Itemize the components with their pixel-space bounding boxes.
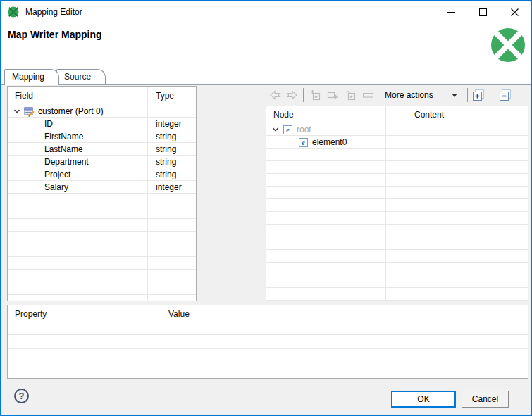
add-element-icon [327,89,339,101]
column-divider [385,106,386,301]
add-wildcard-element-button[interactable] [343,87,357,103]
add-wildcard-element-icon [345,89,357,101]
toolbar-separator [467,88,468,102]
collapse-all-button[interactable] [499,87,513,103]
dialog-header: Map Writer Mapping [1,23,531,69]
chevron-down-icon[interactable] [272,126,279,133]
node-table-body: e root e element0 [266,123,528,301]
close-button[interactable] [499,1,531,23]
node-table: Node Content e root e elem [266,106,528,301]
maximize-icon [479,8,487,16]
cancel-button[interactable]: Cancel [462,391,509,408]
maximize-button[interactable] [467,1,499,23]
dialog-content: Field Type customer (Port 0) ID [1,85,531,415]
help-button[interactable]: ? [14,389,29,403]
toolbar-separator [303,88,304,102]
column-divider [409,106,409,301]
column-header-type: Type [156,91,174,101]
field-name: Salary [44,182,68,192]
field-table-header: Field Type [8,87,196,106]
column-divider [526,106,526,301]
field-type: string [156,168,176,181]
column-divider [192,87,192,301]
field-type: integer [156,181,182,194]
node-row-element0[interactable]: e element0 [266,136,528,149]
mapping-editor-dialog: Mapping Editor Map Writer Mapping Mappin… [0,0,532,416]
field-row[interactable]: Department string [8,156,196,168]
more-actions-button[interactable]: More actions [382,89,460,101]
field-name: Project [44,170,70,179]
remove-bar-button[interactable] [361,87,375,103]
node-label: element0 [312,137,347,147]
field-table: Field Type customer (Port 0) ID [7,86,197,301]
column-header-field: Field [15,91,33,101]
column-header-node: Node [273,110,294,120]
dialog-title: Map Writer Mapping [8,29,102,40]
column-divider [163,305,163,378]
field-type: integer [156,118,182,130]
node-table-header: Node Content [266,106,528,124]
column-header-property: Property [15,309,47,319]
field-type: string [156,143,176,156]
mapping-toolbar: More actions [268,85,513,105]
add-child-element-button[interactable] [308,87,322,103]
field-row[interactable]: ID integer [8,118,196,130]
field-type: string [156,130,176,143]
remove-bar-icon [363,93,373,98]
minimize-icon [447,8,455,16]
ok-button[interactable]: OK [391,391,456,408]
expand-all-icon [473,89,485,101]
more-actions-label: More actions [385,90,433,100]
chevron-down-icon[interactable] [13,108,20,115]
node-label: root [297,125,311,134]
property-table-header: Property Value [8,305,528,322]
tab-source[interactable]: Source [56,69,106,84]
svg-text:e: e [302,139,305,146]
minimize-button[interactable] [435,1,467,23]
map-arrow-left-icon [269,90,281,100]
map-arrow-right-button[interactable] [285,87,299,103]
column-divider [147,87,148,301]
map-arrow-right-icon [286,90,298,100]
node-row-root[interactable]: e root [266,123,528,136]
field-row[interactable]: FirstName string [8,130,196,143]
field-name: LastName [44,144,83,154]
field-name: FirstName [44,132,83,141]
field-row-label: customer (Port 0) [38,106,104,116]
map-arrow-left-button[interactable] [268,87,282,103]
app-clover-icon [8,6,19,18]
dropdown-arrow-icon [452,94,457,97]
field-row-customer[interactable]: customer (Port 0) [8,105,196,118]
record-edit-icon [24,106,35,117]
add-child-element-icon [309,89,321,101]
close-icon [511,8,519,16]
svg-text:e: e [286,126,290,134]
column-header-value: Value [168,309,190,319]
field-name: ID [44,119,53,129]
column-header-content: Content [414,110,444,120]
add-element-button[interactable] [326,87,340,103]
clover-logo-icon [490,27,526,63]
field-row[interactable]: Salary integer [8,181,196,194]
tab-mapping[interactable]: Mapping [4,69,59,85]
field-table-body: customer (Port 0) ID integer FirstName s… [8,105,196,301]
title-bar: Mapping Editor [1,1,531,23]
field-row[interactable]: LastName string [8,143,196,156]
field-type: string [156,156,176,168]
property-table-body [8,321,528,378]
field-row[interactable]: Project string [8,168,196,181]
window-title: Mapping Editor [25,7,82,17]
property-table: Property Value [7,305,528,379]
expand-all-button[interactable] [472,87,486,103]
tab-bar: Mapping Source [1,69,531,85]
element-icon: e [283,125,292,134]
field-name: Department [44,157,89,167]
collapse-all-icon [500,89,512,101]
element-icon: e [299,138,308,147]
